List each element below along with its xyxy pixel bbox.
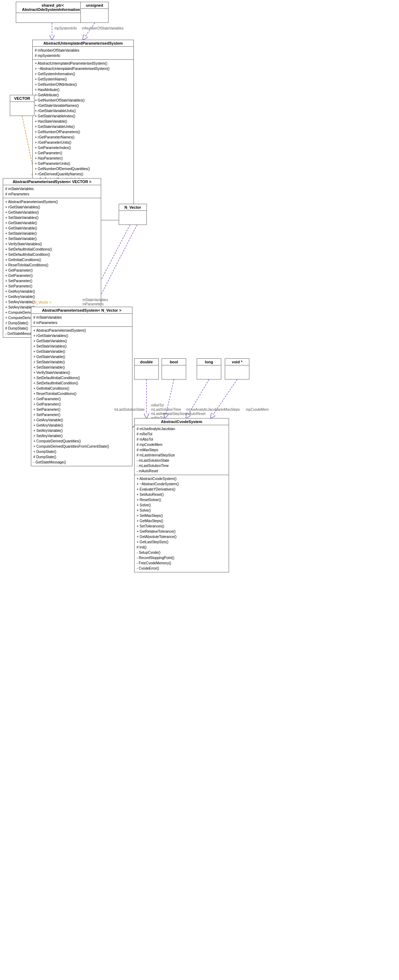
label-mparams-2: mParameters [83, 302, 103, 306]
apv-m15: + GetParameter() [5, 273, 99, 278]
abstract-untemplated-attrs: # mNumberOfStateVariables # mpSystemInfo [33, 47, 134, 60]
method-6: + HasAttribute() [35, 87, 131, 92]
apv-m1: + AbstractParameterisedSystem() [5, 199, 99, 205]
apv-m9: + VerifyStateVariables() [5, 242, 99, 247]
label-mnumberofstatevars: mNumberOfStateVariables [82, 26, 124, 30]
vector-body [10, 102, 34, 113]
apv-m17: + SetParameter() [5, 283, 99, 289]
bool-title: bool [162, 359, 186, 366]
abstract-param-nvector-attrs: # mStateVariables # mParameters [31, 314, 132, 327]
abstract-cvode-title: AbstractCvodeSystem [135, 418, 229, 425]
svg-line-1 [83, 23, 95, 40]
label-mlastsolutionstate: mLastSolutionState [114, 407, 145, 412]
ac-attr-4: # mpCvodeMem [137, 442, 227, 447]
ac-m5: + ResetSolver() [137, 497, 227, 503]
apv-m4: + SetStateVariables() [5, 215, 99, 220]
apv-m10: + SetDefaultInitialConditions() [5, 247, 99, 252]
unsigned-title: unsigned [81, 2, 108, 9]
apv-m13: + ResetToInitialConditions() [5, 262, 99, 268]
apn-m25: # DumpState() [33, 454, 130, 460]
method-18: + GetParameter() [35, 150, 131, 156]
svg-line-13 [211, 380, 237, 418]
apn-m5: + GetStateVariable() [33, 349, 130, 354]
ac-m10: + SetTolerances() [137, 523, 227, 529]
ac-m14: # Init() [137, 545, 227, 550]
ac-m6: + Solve() [137, 503, 227, 508]
method-17: + GetParameterIndex() [35, 145, 131, 150]
label-mmaxsteps: mMaxSteps [221, 407, 240, 412]
nvector-small-body [119, 211, 146, 221]
unsigned-box: unsigned [80, 2, 108, 23]
method-14: + GetNumberOfParameters() [35, 129, 131, 135]
ac-attr-2: # mRelTol [137, 431, 227, 437]
apn-m2: + rGetStateVariables() [33, 333, 130, 338]
apn-m21: + SetAnyVariable() [33, 433, 130, 439]
double-box: double [134, 358, 159, 380]
apv-attr-1: # mStateVariables [5, 186, 99, 191]
apv-m18: + GetAnyVariable() [5, 289, 99, 294]
attr-1: # mNumberOfStateVariables [35, 48, 131, 53]
method-16: + rGetParameterUnits() [35, 140, 131, 145]
apn-m18: + GetAnyVariable() [33, 417, 130, 423]
abstract-untemplated-title: AbstractUntemplatedParameterisedSystem [33, 40, 134, 47]
apn-m7: + SetStateVariable() [33, 360, 130, 365]
vector-box: VECTOR [10, 95, 34, 116]
apv-m12: + GetInitialConditions() [5, 257, 99, 262]
nvector-small-box: N_Vector [119, 204, 147, 225]
abstract-param-vector-title: AbstractParameterisedSystem< VECTOR > [3, 178, 101, 185]
void-ptr-body [225, 366, 249, 376]
ac-m1: + AbstractCvodeSystem() [137, 476, 227, 481]
method-13: + GetStateVariableUnits() [35, 124, 131, 129]
method-20: + GetParameterUnits() [35, 161, 131, 166]
method-11: + GetStateVariableIndex() [35, 113, 131, 119]
long-body [197, 366, 221, 376]
ac-attr-8: - mLastSolutionTime [137, 463, 227, 468]
void-ptr-box: void * [225, 358, 250, 380]
svg-line-5 [95, 225, 137, 307]
label-mpcvodemem: mpCvodeMem [246, 407, 269, 412]
label-mautorest: mAutoReset [186, 412, 205, 416]
apn-m13: + ResetToInitialConditions() [33, 391, 130, 396]
shared-ptr-body [16, 13, 89, 24]
label-mstatevars-2: mStateVariables [83, 298, 108, 302]
void-ptr-title: void * [225, 359, 249, 366]
apn-attr-2: # mParameters [33, 320, 130, 325]
double-body [135, 366, 158, 376]
apn-m14: + GetParameter() [33, 396, 130, 402]
apn-m4: + SetStateVariables() [33, 344, 130, 349]
abstract-param-nvector-title: AbstractParameterisedSystem< N_Vector > [31, 307, 132, 314]
ac-m18: - CvodeError() [137, 566, 227, 571]
apn-m19: + GetAnyVariable() [33, 423, 130, 428]
apn-m9: + VerifyStateVariables() [33, 370, 130, 375]
method-10: + rGetStateVariableUnits() [35, 108, 131, 113]
ac-attr-6: # mLastInternalStepSize [137, 453, 227, 458]
ac-m8: + SetMaxSteps() [137, 513, 227, 518]
apv-m5: + GetStateVariable() [5, 220, 99, 226]
apn-m26: - GetStateMessage() [33, 460, 130, 465]
apn-m3: + GetStateVariables() [33, 338, 130, 344]
abstract-param-nvector-box: AbstractParameterisedSystem< N_Vector > … [31, 307, 132, 466]
apv-m6: + GetStateVariable() [5, 226, 99, 231]
apn-m15: + GetParameter() [33, 402, 130, 407]
diagram-container: shared_ptr< AbstractOdeSystemInformation… [0, 0, 399, 980]
method-4: + GetSystemName() [35, 76, 131, 82]
ac-attr-9: - mAutoReset [137, 468, 227, 474]
ac-attr-7: - mLastSolutionState [137, 458, 227, 463]
ac-m11: + GetRelativeTolerance() [137, 529, 227, 534]
apn-attr-1: # mStateVariables [33, 315, 130, 320]
method-22: + rGetDerivedQuantityNames() [35, 172, 131, 177]
label-nvector-template: < N_Vector > [31, 301, 51, 304]
method-15: + rGetParameterNames() [35, 135, 131, 140]
apn-m12: + GetInitialConditions() [33, 386, 130, 391]
ac-m9: + GetMaxSteps() [137, 518, 227, 523]
ac-m2: + ~AbstractCvodeSystem() [137, 481, 227, 487]
shared-ptr-box: shared_ptr< AbstractOdeSystemInformation… [16, 2, 89, 23]
method-3: + GetSystemInformation() [35, 71, 131, 76]
long-box: long [197, 358, 221, 380]
apn-m10: + SetDefaultInitialConditions() [33, 375, 130, 380]
method-7: + GetAttribute() [35, 92, 131, 98]
ac-attr-5: # mMaxSteps [137, 447, 227, 453]
nvector-small-title: N_Vector [119, 204, 146, 211]
double-title: double [135, 359, 158, 366]
label-mlastinternalstepsize: mLastInternalStepSize [151, 412, 186, 416]
